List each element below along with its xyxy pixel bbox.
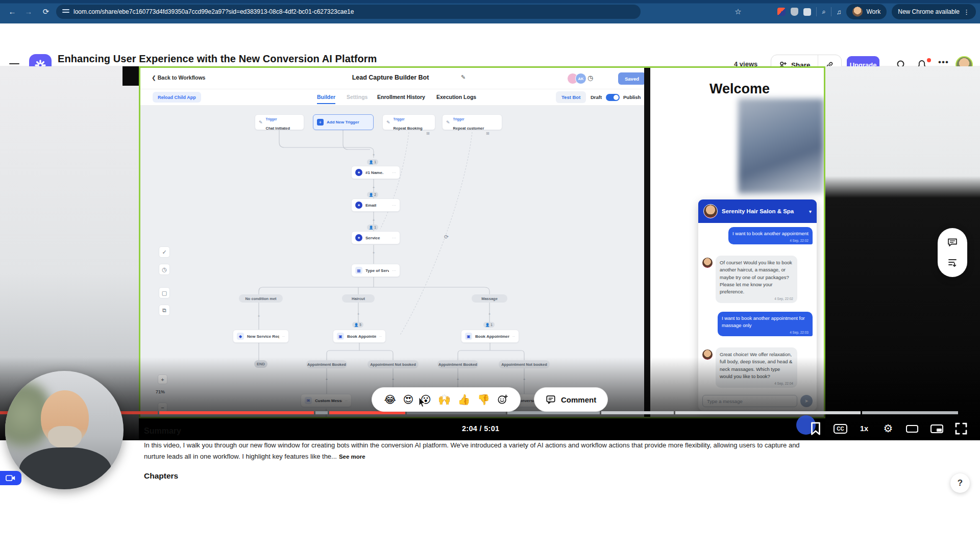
theater-mode-button[interactable] — [904, 421, 920, 436]
presenter-webcam-bubble[interactable] — [5, 371, 124, 489]
comment-tool-icon: ▢ — [159, 287, 170, 298]
add-step-icon: + — [256, 314, 261, 318]
chat-title: Serenity Hair Salon & Spa — [722, 208, 805, 214]
summary-heading: Summary — [144, 427, 181, 436]
site-settings-icon[interactable] — [62, 9, 69, 14]
trigger-card: ✎ TriggerChat Initiated — [255, 114, 304, 130]
chrome-update-chip[interactable]: New Chrome available ⋮ — [892, 4, 976, 19]
kebab-menu-icon[interactable]: ⋮ — [963, 8, 970, 16]
enrollment-badge: 👤 5 — [352, 322, 363, 328]
welcome-heading: Welcome — [709, 81, 770, 97]
mouse-cursor — [419, 397, 428, 408]
back-icon[interactable]: ← — [5, 0, 19, 23]
page-title: Enhancing User Experience with the New C… — [58, 53, 377, 65]
camera-icon — [6, 474, 16, 482]
refresh-icon[interactable]: ⟳ — [39, 0, 53, 23]
enrollment-badge: 👤 1 — [367, 224, 378, 230]
emoji-thumbs-down[interactable]: 👎 — [477, 394, 490, 405]
add-new-trigger-card: + Add New Trigger — [313, 114, 374, 130]
transcript-icon[interactable] — [947, 257, 958, 268]
flow-node: ✦Service··· — [351, 231, 400, 244]
update-label: New Chrome available — [898, 8, 960, 15]
time-display: 2:04 / 5:01 — [462, 424, 499, 433]
playback-rate-button[interactable]: 1x — [856, 421, 872, 436]
bookmark-button[interactable] — [808, 421, 823, 436]
blurred-video-region — [738, 98, 824, 194]
enrollment-badge: 👤 1 — [483, 322, 495, 328]
timeline-segment-played — [159, 411, 314, 414]
see-more-link[interactable]: See more — [339, 454, 365, 460]
add-step-icon: + — [371, 185, 376, 190]
comment-button[interactable]: Comment — [534, 387, 608, 412]
extensions-puzzle-icon[interactable] — [803, 8, 811, 16]
url-text: loom.com/share/ebe7c160773d4fd39350a7ccd… — [74, 8, 354, 15]
add-step-icon: + — [487, 312, 492, 316]
app-header: Enhancing User Experience with the New C… — [0, 23, 980, 66]
presenter-shirt — [19, 447, 111, 489]
divider — [831, 7, 831, 16]
comment-label: Comment — [561, 395, 596, 404]
timeline-segment — [601, 411, 674, 414]
timeline-segment — [675, 411, 861, 414]
condition-grid-icon: ▦ — [355, 267, 362, 274]
video-player[interactable]: ❮ Back to Workflows Lead Capture Builder… — [0, 66, 980, 440]
presenter-beard — [48, 426, 82, 448]
history-tool-icon: ◷ — [159, 264, 170, 275]
trigger-card: ✎ TriggerRepeat customer — [442, 114, 502, 130]
fullscreen-button[interactable] — [953, 421, 969, 436]
comment-icon — [546, 394, 556, 405]
chat-message-user: I want to book another appointment 4 Sep… — [728, 227, 813, 244]
ai-action-icon: ✦ — [355, 202, 362, 209]
captions-button[interactable]: CC — [834, 424, 847, 434]
emoji-laugh[interactable]: 😂 — [384, 394, 396, 405]
emoji-reaction-bar: 😂 😍 😮 🙌 👍 👎 — [372, 387, 521, 412]
more-options-icon[interactable]: ••• — [938, 57, 949, 67]
chat-header: Serenity Hair Salon & Spa ▾ — [698, 199, 817, 223]
message-time: 4 Sep, 22:03 — [722, 330, 808, 335]
browser-profile-chip[interactable]: Work — [846, 4, 887, 19]
help-button[interactable]: ? — [950, 473, 970, 493]
browser-toolbar: ← → ⟳ loom.com/share/ebe7c160773d4fd3935… — [0, 0, 980, 23]
add-step-icon: + — [371, 251, 376, 255]
extension-icon[interactable] — [777, 8, 786, 16]
adblock-shield-icon[interactable] — [791, 8, 798, 16]
add-reaction-icon[interactable] — [497, 394, 508, 405]
emoji-raised-hands[interactable]: 🙌 — [438, 394, 451, 405]
bookmark-star-icon[interactable]: ☆ — [731, 0, 745, 23]
branch-pill: Massage — [472, 294, 507, 303]
record-video-button[interactable] — [0, 471, 21, 485]
tag-icon: ◆ — [237, 333, 244, 340]
recording-edge-shadow — [122, 66, 139, 86]
timeline-segment — [862, 411, 958, 414]
trigger-icon: ✎ — [446, 120, 450, 125]
message-time: 4 Sep, 22:02 — [720, 296, 793, 302]
message-time: 4 Sep, 22:02 — [732, 238, 808, 243]
floating-actions — [938, 228, 967, 277]
trigger-card: ✎ TriggerRepeat Booking — [382, 114, 435, 130]
loom-share-page: ← → ⟳ loom.com/share/ebe7c160773d4fd3935… — [0, 0, 980, 551]
trigger-icon: ✎ — [386, 120, 390, 125]
add-step-icon: + — [371, 218, 376, 222]
branch-pill: No condition met — [239, 294, 283, 303]
flow-node: ◆New Service Requirement·· — [233, 330, 289, 343]
forward-icon[interactable]: → — [21, 0, 36, 23]
duration: 5:01 — [484, 424, 499, 433]
chevron-down-icon: ▾ — [809, 209, 812, 214]
expand-icon: ⊞ — [426, 131, 430, 136]
emoji-thumbs-up[interactable]: 👍 — [458, 394, 471, 405]
plus-icon: + — [317, 119, 324, 126]
branch-pill: Haircut — [342, 294, 375, 303]
timeline-segment — [315, 411, 327, 414]
divider — [816, 7, 817, 16]
profile-avatar — [852, 7, 863, 17]
tab-search-icon[interactable]: ⌕ — [822, 8, 825, 16]
emoji-heart-eyes[interactable]: 😍 — [403, 394, 413, 405]
comments-bubble-icon[interactable] — [947, 237, 958, 248]
reading-list-icon[interactable]: ♫ — [837, 8, 842, 16]
settings-gear-icon[interactable]: ⚙ — [880, 421, 896, 436]
current-time: 2:04 — [462, 424, 477, 433]
flow-node: ▣Book Appointment·· — [333, 330, 386, 343]
bot-avatar — [702, 258, 713, 268]
pip-button[interactable] — [929, 421, 944, 436]
address-bar[interactable]: loom.com/share/ebe7c160773d4fd39350a7ccd… — [56, 5, 641, 19]
